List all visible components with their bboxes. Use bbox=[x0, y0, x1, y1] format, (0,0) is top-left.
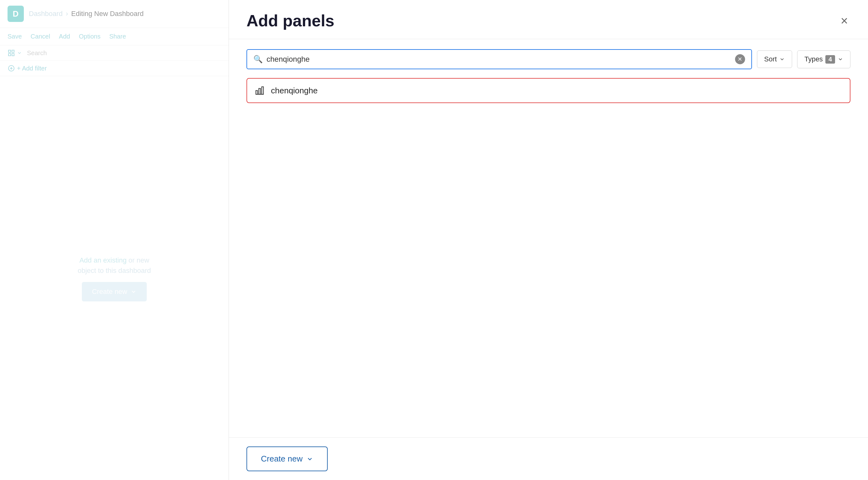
types-label: Types bbox=[804, 55, 823, 63]
breadcrumb: Dashboard › Editing New Dashboard bbox=[29, 10, 144, 18]
create-new-left-label: Create new bbox=[92, 287, 127, 296]
add-button[interactable]: Add bbox=[59, 32, 70, 41]
types-button[interactable]: Types 4 bbox=[797, 50, 850, 68]
clear-search-button[interactable]: ✕ bbox=[735, 54, 745, 64]
add-filter-row: + Add filter bbox=[0, 61, 228, 76]
close-button[interactable]: × bbox=[838, 13, 850, 28]
options-button[interactable]: Options bbox=[79, 32, 100, 41]
add-filter-button[interactable]: + Add filter bbox=[7, 65, 47, 72]
breadcrumb-part1: Dashboard bbox=[29, 10, 63, 18]
share-button[interactable]: Share bbox=[109, 32, 126, 41]
types-count-badge: 4 bbox=[825, 55, 835, 64]
svg-rect-9 bbox=[262, 87, 264, 94]
types-chevron-icon bbox=[838, 57, 843, 62]
modal-footer: Create new bbox=[229, 437, 868, 480]
modal-body: 🔍 ✕ Sort Types 4 bbox=[229, 39, 868, 437]
results-list: chenqionghe bbox=[246, 78, 850, 103]
save-button[interactable]: Save bbox=[7, 32, 22, 41]
create-new-right-label: Create new bbox=[261, 454, 303, 464]
sort-button[interactable]: Sort bbox=[757, 50, 792, 68]
search-placeholder-label: Search bbox=[27, 49, 47, 57]
add-panels-modal: Add panels × 🔍 ✕ Sort Types 4 bbox=[229, 0, 868, 480]
svg-rect-8 bbox=[259, 88, 260, 94]
search-input[interactable] bbox=[267, 55, 731, 64]
svg-rect-7 bbox=[256, 91, 257, 94]
view-toggle-button[interactable] bbox=[7, 49, 22, 57]
svg-rect-2 bbox=[8, 54, 11, 56]
sort-label: Sort bbox=[764, 55, 777, 63]
plus-circle-icon bbox=[7, 65, 15, 72]
sort-chevron-icon bbox=[779, 57, 785, 62]
create-new-button-right[interactable]: Create new bbox=[246, 446, 328, 471]
empty-state-text: Add an existing or newobject to this das… bbox=[78, 255, 151, 276]
app-icon: D bbox=[7, 6, 24, 22]
cancel-button[interactable]: Cancel bbox=[31, 32, 50, 41]
chevron-down-icon-left bbox=[130, 288, 137, 295]
search-bar-row: 🔍 ✕ Sort Types 4 bbox=[246, 49, 850, 69]
create-new-chevron-icon bbox=[306, 455, 313, 462]
breadcrumb-separator: › bbox=[66, 10, 68, 18]
grid-icon bbox=[7, 49, 15, 57]
result-item-chenqionghe[interactable]: chenqionghe bbox=[246, 78, 850, 103]
add-existing-link[interactable]: Add an existing bbox=[79, 256, 126, 264]
create-new-button-left[interactable]: Create new bbox=[82, 282, 147, 301]
bar-chart-icon bbox=[255, 85, 265, 96]
search-icon: 🔍 bbox=[253, 55, 263, 64]
filter-row: Search bbox=[0, 45, 228, 61]
svg-rect-3 bbox=[12, 54, 14, 56]
empty-state: Add an existing or newobject to this das… bbox=[0, 76, 228, 480]
svg-rect-0 bbox=[8, 50, 11, 52]
add-filter-label: + Add filter bbox=[17, 65, 47, 72]
top-bar: D Dashboard › Editing New Dashboard bbox=[0, 0, 228, 28]
breadcrumb-part2: Editing New Dashboard bbox=[71, 10, 144, 18]
modal-title: Add panels bbox=[246, 11, 334, 30]
toolbar: Save Cancel Add Options Share bbox=[0, 28, 228, 45]
svg-rect-1 bbox=[12, 50, 14, 52]
left-panel: D Dashboard › Editing New Dashboard Save… bbox=[0, 0, 229, 480]
chevron-down-icon bbox=[17, 50, 22, 56]
modal-header: Add panels × bbox=[229, 0, 868, 39]
search-input-container: 🔍 ✕ bbox=[246, 49, 752, 69]
result-name: chenqionghe bbox=[271, 86, 318, 96]
